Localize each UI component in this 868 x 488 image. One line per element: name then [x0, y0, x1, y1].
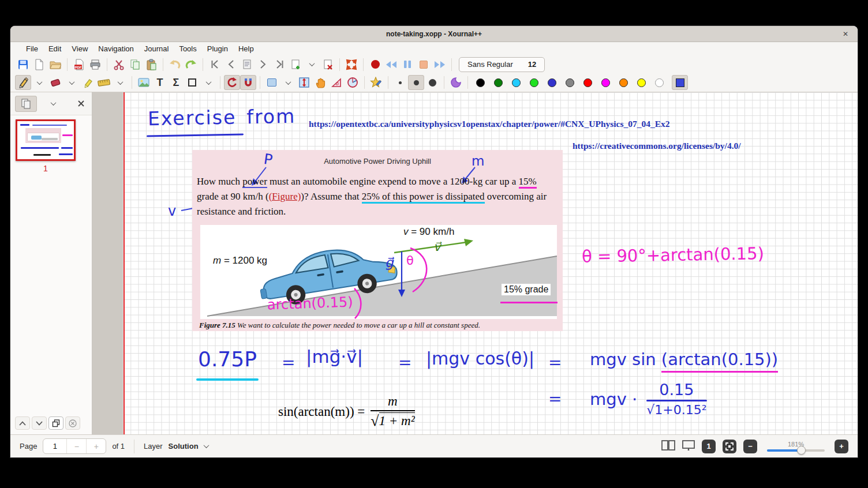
color-swatch[interactable] [601, 78, 610, 87]
undo-button[interactable] [167, 57, 183, 72]
zoom-in-button[interactable]: + [835, 440, 848, 453]
grid-snap-button[interactable] [240, 75, 256, 90]
new-page-dropdown[interactable] [304, 57, 320, 72]
sidebar-pages-tab[interactable] [15, 96, 37, 112]
shape-dropdown[interactable] [200, 75, 216, 90]
color-swatch[interactable] [566, 78, 574, 87]
color-swatch[interactable] [548, 78, 556, 87]
select-rectangle-button[interactable] [264, 75, 280, 90]
color-picker-button[interactable] [672, 75, 688, 90]
color-swatch[interactable] [512, 78, 521, 87]
delete-page-sidebar-button[interactable] [65, 416, 80, 430]
save-icon [17, 59, 29, 70]
page-increment-button[interactable]: + [86, 439, 106, 453]
mass-variable: m [213, 255, 221, 266]
save-button[interactable] [15, 57, 31, 72]
zoom-fit-button[interactable] [723, 440, 736, 453]
cut-button[interactable] [111, 57, 127, 72]
presentation-mode-button[interactable] [682, 440, 695, 453]
sidebar-close-button[interactable] [70, 96, 92, 112]
ruler-dropdown[interactable] [112, 75, 128, 90]
menu-item-journal[interactable]: Journal [139, 44, 174, 53]
thick-dot-icon [429, 79, 436, 87]
menu-item-navigation[interactable]: Navigation [93, 44, 139, 53]
fit-page-width-button[interactable]: 1 [702, 440, 716, 453]
redo-button[interactable] [183, 57, 199, 72]
page-down-button[interactable] [32, 416, 47, 430]
rotation-snap-button[interactable] [224, 75, 240, 90]
open-button[interactable] [47, 57, 63, 72]
redo-icon [185, 59, 197, 70]
dual-page-view-button[interactable] [661, 440, 675, 453]
new-page-button[interactable] [287, 57, 304, 72]
duplicate-page-button[interactable] [48, 416, 63, 430]
page-decrement-button[interactable]: − [66, 439, 86, 453]
chevron-down-icon[interactable] [203, 442, 209, 448]
fill-tool-button[interactable] [448, 75, 464, 90]
zoom-slider-knob[interactable] [797, 446, 806, 455]
paste-button[interactable] [143, 57, 159, 72]
delete-page-button[interactable] [320, 57, 336, 72]
select-rect-icon [267, 78, 276, 87]
previous-page-button[interactable] [223, 57, 239, 72]
export-pdf-button[interactable]: PDF [71, 57, 87, 72]
last-page-button[interactable] [271, 57, 287, 72]
setsquare-tool-button[interactable] [328, 75, 345, 90]
fullscreen-button[interactable] [343, 57, 360, 72]
print-button[interactable] [87, 57, 103, 72]
duplicate-icon [52, 419, 60, 427]
menu-item-file[interactable]: File [21, 44, 43, 53]
color-swatch[interactable] [494, 78, 503, 87]
compass-tool-button[interactable] [345, 75, 361, 90]
pause-button[interactable] [399, 57, 416, 72]
pen-dropdown[interactable] [31, 75, 47, 90]
ruler-tool-button[interactable] [96, 75, 112, 90]
rewind-button[interactable] [383, 57, 399, 72]
hand-tool-button[interactable] [312, 75, 328, 90]
pen-size-thick-button[interactable] [424, 75, 440, 90]
menu-item-help[interactable]: Help [233, 44, 259, 53]
shape-tool-button[interactable] [184, 75, 200, 90]
eraser-tool-button[interactable] [47, 75, 63, 90]
canvas[interactable]: Exercisefrom https://opentextbc.ca/unive… [92, 92, 858, 434]
figure-link[interactable]: (Figure) [269, 191, 301, 202]
pen-size-fine-button[interactable] [392, 75, 408, 90]
copy-button[interactable] [127, 57, 143, 72]
color-swatch[interactable] [583, 78, 592, 87]
page-up-button[interactable] [15, 416, 30, 430]
text-tool-button[interactable]: T [152, 75, 168, 90]
vertical-space-button[interactable] [296, 75, 312, 90]
menu-item-edit[interactable]: Edit [43, 44, 66, 53]
forward-button[interactable] [432, 57, 448, 72]
select-dropdown[interactable] [280, 75, 296, 90]
insert-image-button[interactable] [136, 75, 152, 90]
stop-button[interactable] [416, 57, 432, 72]
menu-item-view[interactable]: View [66, 44, 93, 53]
color-swatch[interactable] [619, 78, 628, 87]
pen-tool-button[interactable] [15, 75, 31, 90]
window-close-button[interactable]: ✕ [843, 30, 848, 38]
tex-tool-button[interactable]: Σ [168, 75, 184, 90]
page-number-input[interactable]: 1 [43, 439, 66, 453]
pen-size-medium-button[interactable] [408, 75, 424, 90]
highlighter-tool-button[interactable] [80, 75, 96, 90]
font-selector[interactable]: Sans Regular 12 [459, 57, 545, 72]
shape-recognizer-button[interactable] [368, 75, 384, 90]
next-page-button[interactable] [255, 57, 271, 72]
color-swatch[interactable] [476, 78, 485, 87]
menu-item-plugin[interactable]: Plugin [202, 44, 233, 53]
zoom-out-button[interactable]: − [743, 440, 757, 453]
color-swatch[interactable] [637, 78, 646, 87]
goto-page-button[interactable] [239, 57, 255, 72]
color-swatch[interactable] [530, 78, 538, 87]
eraser-dropdown[interactable] [63, 75, 80, 90]
zoom-slider[interactable] [767, 449, 825, 452]
first-page-button[interactable] [207, 57, 223, 72]
color-swatch[interactable] [655, 78, 664, 87]
layer-selector[interactable]: Solution [169, 442, 199, 451]
page-thumbnail[interactable] [16, 119, 76, 161]
new-document-button[interactable] [31, 57, 47, 72]
menu-item-tools[interactable]: Tools [174, 44, 201, 53]
record-audio-button[interactable] [367, 57, 383, 72]
sidebar-dropdown[interactable] [43, 96, 65, 112]
